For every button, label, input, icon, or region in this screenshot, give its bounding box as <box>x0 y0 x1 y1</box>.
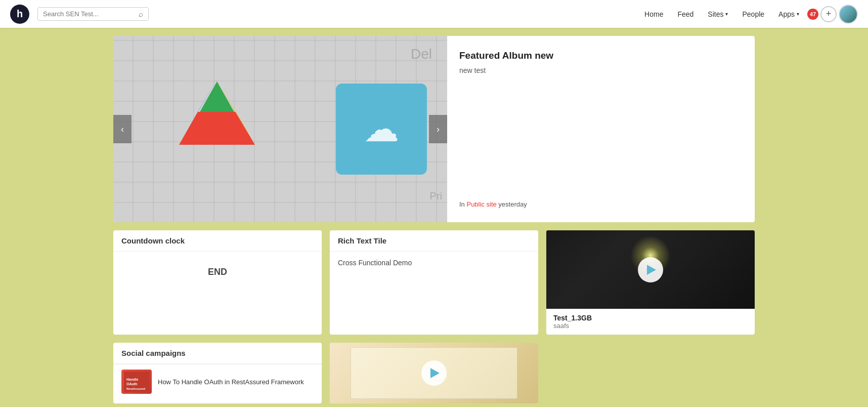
cloud-icon: ☁ <box>364 108 399 150</box>
hero-subtitle: new test <box>459 66 743 74</box>
video-play-button[interactable] <box>638 257 663 282</box>
social-card-header: Social campaigns <box>113 343 322 364</box>
notification-badge[interactable]: 47 <box>807 9 818 20</box>
social-thumbnail: Handle OAuth RestAssured <box>121 370 152 394</box>
media-play-button[interactable] <box>421 360 447 386</box>
logo-letter: h <box>17 8 23 20</box>
hero-section: Del Pri ☁ <box>113 36 755 222</box>
svg-marker-3 <box>179 112 255 145</box>
media-thumbnail <box>330 343 538 403</box>
media-card <box>330 343 538 403</box>
video-title: Test_1.3GB <box>553 314 748 322</box>
countdown-value: END <box>208 267 227 277</box>
nav-people[interactable]: People <box>736 6 770 22</box>
rich-text-card: Rich Text Tile Cross Functional Demo <box>330 230 538 335</box>
video-info: Test_1.3GB saafs <box>546 309 755 335</box>
main-content: Del Pri ☁ <box>105 28 763 403</box>
play-triangle-icon <box>647 265 656 275</box>
content-grid: Countdown clock END Rich Text Tile Cross… <box>113 230 755 335</box>
video-subtitle: saafs <box>553 322 748 330</box>
google-drive-icon <box>179 79 255 149</box>
del-label: Del <box>411 46 432 62</box>
nav-apps[interactable]: Apps ▾ <box>772 6 805 22</box>
svg-text:Handle: Handle <box>126 378 138 381</box>
social-item-text: How To Handle OAuth in RestAssured Frame… <box>158 378 304 386</box>
header: h ⌕ Home Feed Sites ▾ People Apps ▾ 47 + <box>0 0 868 28</box>
nav-sites[interactable]: Sites ▾ <box>702 6 734 22</box>
search-input[interactable] <box>43 10 136 18</box>
add-button[interactable]: + <box>820 6 837 22</box>
hero-keyboard: Del Pri ☁ <box>113 36 447 222</box>
video-card: Test_1.3GB saafs <box>546 230 755 335</box>
hero-image-container: Del Pri ☁ <box>113 36 447 222</box>
hero-footer-suffix: yesterday <box>497 200 527 208</box>
social-item[interactable]: Handle OAuth RestAssured How To Handle O… <box>113 364 322 399</box>
nav-sites-label: Sites <box>708 10 723 18</box>
rich-text-header: Rich Text Tile <box>330 230 538 252</box>
nav-home[interactable]: Home <box>638 6 669 22</box>
video-thumbnail <box>546 230 755 309</box>
chevron-down-icon: ▾ <box>725 11 728 17</box>
hero-footer: In Public site yesterday <box>459 200 743 208</box>
media-play-triangle-icon <box>430 368 440 378</box>
hero-next-button[interactable]: › <box>429 115 447 143</box>
main-nav: Home Feed Sites ▾ People Apps ▾ 47 + <box>638 5 858 24</box>
search-button[interactable]: ⌕ <box>139 10 143 18</box>
nav-feed[interactable]: Feed <box>671 6 700 22</box>
hero-footer-link[interactable]: Public site <box>466 200 496 208</box>
countdown-body: END <box>113 252 322 292</box>
chevron-down-icon-apps: ▾ <box>797 11 799 17</box>
rich-text-body: Cross Functional Demo <box>330 252 538 274</box>
svg-text:OAuth: OAuth <box>126 382 137 386</box>
hero-footer-prefix: In <box>459 200 466 208</box>
rich-text-content: Cross Functional Demo <box>338 259 530 267</box>
svg-text:RestAssured: RestAssured <box>126 387 145 390</box>
cloud-key: ☁ <box>336 84 427 175</box>
logo[interactable]: h <box>10 5 29 24</box>
hero-info: Featured Album new new test In Public si… <box>447 36 755 222</box>
social-card: Social campaigns Handle OAuth RestAssure… <box>113 343 322 403</box>
countdown-header: Countdown clock <box>113 230 322 252</box>
pri-label: Pri <box>430 190 442 202</box>
countdown-card: Countdown clock END <box>113 230 322 335</box>
search-bar: ⌕ <box>37 7 149 21</box>
nav-apps-label: Apps <box>778 10 795 18</box>
hero-title: Featured Album new <box>459 50 743 61</box>
hero-prev-button[interactable]: ‹ <box>113 115 132 143</box>
avatar[interactable] <box>839 5 858 24</box>
third-column-placeholder <box>546 343 755 403</box>
second-row: Social campaigns Handle OAuth RestAssure… <box>113 343 755 403</box>
